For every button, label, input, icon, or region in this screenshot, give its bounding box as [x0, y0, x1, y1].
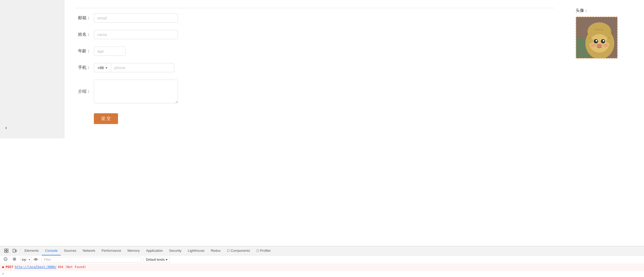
age-row: 年龄：: [75, 47, 555, 56]
avatar-section: 头像：: [565, 0, 644, 138]
sidebar-collapse-arrow[interactable]: ‹: [5, 125, 7, 131]
svg-point-12: [597, 44, 602, 47]
svg-point-6: [587, 38, 593, 43]
avatar-image[interactable]: [576, 17, 618, 59]
email-label: 邮箱：: [75, 15, 91, 21]
age-input[interactable]: [94, 47, 125, 56]
svg-point-5: [589, 34, 609, 53]
svg-point-7: [607, 38, 613, 43]
svg-point-11: [603, 40, 604, 42]
phone-input[interactable]: [111, 63, 174, 72]
phone-prefix-selector[interactable]: +86 ▼: [94, 63, 111, 72]
form-area: 邮箱： 姓名： 年龄： 手机： +86 ▼ 介绍：: [64, 0, 565, 138]
intro-row: 介绍：: [75, 80, 555, 103]
svg-point-14: [603, 44, 608, 47]
phone-prefix-value: +86: [97, 65, 104, 70]
email-input[interactable]: [94, 13, 178, 23]
sidebar: ‹: [0, 0, 64, 138]
intro-label: 介绍：: [75, 89, 91, 94]
chevron-down-icon: ▼: [105, 66, 108, 69]
avatar-label: 头像：: [576, 8, 633, 13]
svg-rect-15: [595, 29, 604, 30]
top-divider: [75, 8, 555, 8]
name-label: 姓名：: [75, 32, 91, 37]
svg-point-13: [591, 44, 596, 47]
phone-group: +86 ▼: [94, 63, 174, 72]
email-row: 邮箱：: [75, 13, 555, 23]
name-row: 姓名：: [75, 30, 555, 39]
submit-button[interactable]: 提 交: [94, 113, 118, 124]
name-input[interactable]: [94, 30, 178, 39]
phone-label: 手机：: [75, 65, 91, 70]
age-label: 年龄：: [75, 48, 91, 54]
svg-point-9: [596, 40, 597, 42]
intro-textarea[interactable]: [94, 80, 178, 103]
phone-row: 手机： +86 ▼: [75, 63, 555, 72]
